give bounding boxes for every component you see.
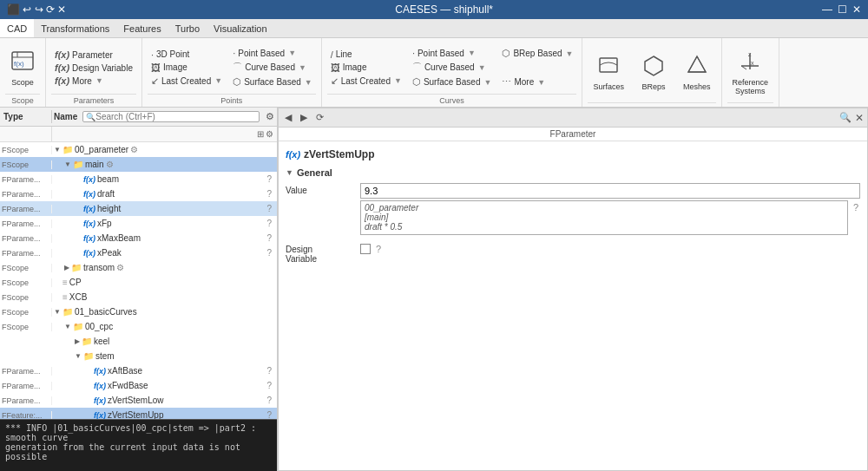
- tree-expand-arrow[interactable]: ▼: [64, 160, 71, 168]
- tree-row[interactable]: FScope▼📁01_basicCurves: [0, 304, 277, 319]
- tree-q-mark[interactable]: ?: [266, 219, 275, 228]
- folder-icon: 📁: [62, 307, 73, 317]
- tree-row[interactable]: FScope▼📁00_cpc: [0, 319, 277, 334]
- breps-btn[interactable]: BReps: [636, 42, 671, 102]
- tree-gear-icon[interactable]: ⚙: [130, 145, 138, 154]
- tree-type-cell: FScope: [0, 308, 52, 317]
- tree-type-cell: FFeature:...: [0, 411, 52, 420]
- tree-row[interactable]: FParame...f(x)xFp?: [0, 216, 277, 231]
- parameter-btn[interactable]: f(x) Parameter: [51, 49, 136, 61]
- tree-expand-arrow[interactable]: ▼: [54, 146, 61, 154]
- menu-item-visualization[interactable]: Visualization: [207, 19, 274, 37]
- tree-row[interactable]: FScope▶📁transom⚙: [0, 260, 277, 275]
- folder-icon: 📁: [71, 263, 82, 272]
- last-created-point-btn[interactable]: ↙ Last Created ▼: [148, 75, 226, 88]
- fparam-forward-btn[interactable]: ▶: [298, 111, 310, 124]
- line-curve-btn[interactable]: / Line: [327, 49, 405, 61]
- tree-q-mark[interactable]: ?: [266, 233, 275, 243]
- minimize-btn[interactable]: —: [822, 3, 832, 16]
- surface-based-point-btn[interactable]: ⬡ Surface Based ▼: [229, 75, 316, 88]
- meshes-btn[interactable]: Meshes: [678, 42, 716, 102]
- tree-row[interactable]: FParame...f(x)draft?: [0, 186, 277, 201]
- tree-row[interactable]: ▶📁keel: [0, 334, 277, 349]
- tree-gear-icon[interactable]: ⚙: [106, 160, 114, 169]
- design-var-checkbox[interactable]: [360, 244, 371, 254]
- tree-q-mark[interactable]: ?: [266, 189, 275, 199]
- value-expr-field[interactable]: 00_parameter [main] draft * 0.5: [360, 200, 848, 235]
- tree-type-cell: FScope: [0, 323, 52, 331]
- close-btn[interactable]: ✕: [852, 3, 861, 16]
- tree-row[interactable]: FParame...f(x)xFwdBase?: [0, 378, 277, 393]
- tree-expand-arrow[interactable]: ▼: [54, 308, 61, 316]
- curve-based-curve-btn[interactable]: ⌒ Curve Based ▼: [409, 60, 496, 75]
- design-variable-btn[interactable]: f(x) Design Variable: [51, 62, 136, 74]
- point-3d-btn[interactable]: · 3D Point: [148, 49, 226, 61]
- tree-filter-icon[interactable]: ⚙: [265, 110, 275, 123]
- tree-row[interactable]: FParame...f(x)zVertStemLow?: [0, 393, 277, 408]
- value-input[interactable]: [360, 183, 860, 199]
- tree-row[interactable]: FScope▼📁00_parameter⚙: [0, 142, 277, 157]
- scope-button[interactable]: f(x) Scope: [5, 42, 40, 94]
- tree-name-cell: ▼📁00_parameter⚙: [52, 145, 277, 154]
- tree-expand-arrow[interactable]: ▼: [64, 323, 71, 330]
- scope-section-title: Scope: [5, 94, 40, 105]
- design-var-help-btn[interactable]: ?: [374, 242, 383, 256]
- tree-row[interactable]: FParame...f(x)xMaxBeam?: [0, 231, 277, 245]
- tree-expand-arrow[interactable]: ▼: [75, 352, 82, 360]
- section-arrow-icon: ▼: [286, 168, 293, 177]
- menu-item-features[interactable]: Features: [116, 19, 168, 37]
- tree-q-mark[interactable]: ?: [266, 204, 275, 213]
- fparam-back-btn[interactable]: ◀: [282, 111, 294, 124]
- fparam-search-icon[interactable]: 🔍: [839, 112, 852, 123]
- tree-row[interactable]: FParame...f(x)height?: [0, 201, 277, 216]
- more-curves-btn[interactable]: ⋯ More ▼: [498, 75, 576, 88]
- fparam-refresh-btn[interactable]: ⟳: [313, 111, 326, 124]
- tree-type-cell: FParame...: [0, 175, 52, 184]
- tree-row[interactable]: FFeature:...f(x)zVertStemUpp?: [0, 408, 277, 419]
- tree-expand-arrow[interactable]: ▶: [75, 337, 80, 345]
- point-based-btn[interactable]: · Point Based ▼: [229, 47, 316, 59]
- tree-row[interactable]: FScope≡XCB: [0, 290, 277, 304]
- menu-item-transformations[interactable]: Transformations: [34, 19, 116, 37]
- surface-based-curve-btn[interactable]: ⬡ Surface Based ▼: [409, 75, 496, 88]
- tree-search-box[interactable]: 🔍: [82, 111, 260, 122]
- maximize-btn[interactable]: ☐: [838, 3, 847, 16]
- last-created-curve-btn[interactable]: ↙ Last Created ▼: [327, 75, 405, 88]
- image-point-btn[interactable]: 🖼 Image: [148, 62, 226, 74]
- tree-row[interactable]: FParame...f(x)beam?: [0, 172, 277, 186]
- search-input[interactable]: [95, 112, 256, 121]
- ribbon-solids-section: Surfaces BReps: [582, 38, 721, 107]
- tree-item-name: keel: [94, 337, 109, 346]
- tree-q-mark[interactable]: ?: [266, 396, 275, 405]
- tree-q-mark[interactable]: ?: [266, 410, 275, 419]
- value-help-btn[interactable]: ?: [852, 200, 860, 214]
- tree-gear-icon[interactable]: ⚙: [116, 263, 124, 272]
- fparam-close-btn[interactable]: ✕: [855, 112, 864, 124]
- surface-based-curve-icon: ⬡: [412, 76, 421, 88]
- tree-expand-arrow[interactable]: ▶: [64, 264, 69, 271]
- tree-q-mark[interactable]: ?: [266, 381, 275, 390]
- menu-item-turbo[interactable]: Turbo: [168, 19, 207, 37]
- brep-based-curve-btn[interactable]: ⬡ BRep Based ▼: [498, 47, 576, 60]
- tree-q-mark[interactable]: ?: [266, 366, 275, 376]
- point-based-curve-btn[interactable]: · Point Based ▼: [409, 47, 496, 59]
- surfaces-btn[interactable]: Surfaces: [588, 42, 629, 102]
- more-params-btn[interactable]: f(x) More ▼: [51, 75, 136, 87]
- tree-row[interactable]: FScope▼📁main⚙: [0, 157, 277, 172]
- tree-row[interactable]: FParame...f(x)xAftBase?: [0, 363, 277, 378]
- tree-row[interactable]: FParame...f(x)xPeak?: [0, 245, 277, 260]
- tree-row[interactable]: FScope≡CP: [0, 275, 277, 290]
- image-curve-btn[interactable]: 🖼 Image: [327, 62, 405, 74]
- menu-item-cad[interactable]: CAD: [0, 19, 34, 37]
- tree-expand-icon[interactable]: ⊞: [257, 129, 264, 139]
- tree-q-mark[interactable]: ?: [266, 174, 275, 184]
- tree-q-mark[interactable]: ?: [266, 248, 275, 258]
- reference-systems-btn[interactable]: x z ReferenceSystems: [727, 42, 774, 102]
- tree-row[interactable]: ▼📁stem: [0, 349, 277, 363]
- tree-name-cell: f(x)zVertStemUpp?: [52, 410, 277, 419]
- surface-based-point-dropdown: ▼: [305, 78, 312, 87]
- last-created-curve-icon: ↙: [331, 75, 339, 87]
- tree-settings-icon[interactable]: ⚙: [266, 129, 273, 139]
- curve-based-point-btn[interactable]: ⌒ Curve Based ▼: [229, 60, 316, 75]
- param-func-icon: f(x): [55, 49, 69, 60]
